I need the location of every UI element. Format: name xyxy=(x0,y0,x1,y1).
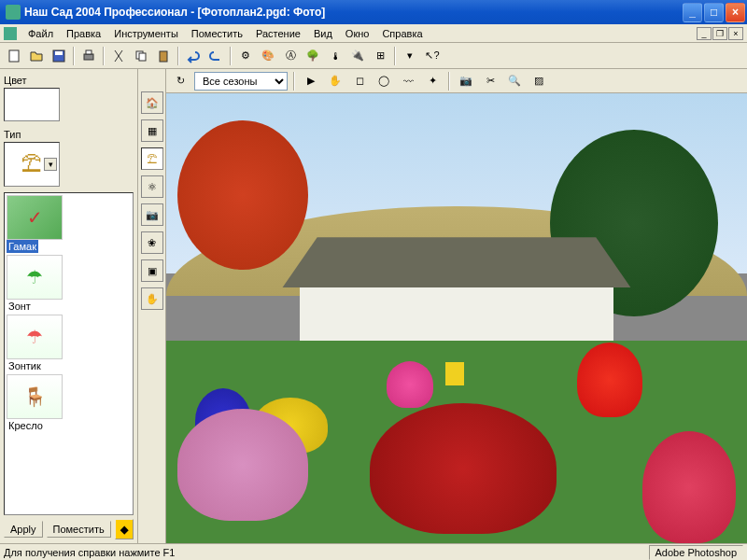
toolbar-sep xyxy=(73,47,75,65)
paste-button[interactable] xyxy=(153,46,174,66)
mdi-icon xyxy=(4,27,17,40)
reload-icon[interactable]: ↻ xyxy=(170,71,190,91)
bench-icon: ⛱ xyxy=(21,152,42,176)
list-item[interactable]: ☂ Зонт xyxy=(7,255,131,313)
canvas-viewport[interactable] xyxy=(166,93,747,543)
panel-help-button[interactable]: ◆ xyxy=(115,519,134,539)
type-selector[interactable]: ⛱ ▾ xyxy=(4,142,60,187)
svg-rect-4 xyxy=(86,50,92,54)
rect-select-icon[interactable]: ◻ xyxy=(349,71,370,91)
close-button[interactable]: × xyxy=(726,3,745,22)
open-button[interactable] xyxy=(26,46,47,66)
lasso-icon[interactable]: ◯ xyxy=(374,71,394,91)
maximize-button[interactable]: □ xyxy=(704,3,724,22)
color-label: Цвет xyxy=(4,75,134,86)
left-panel: Цвет Тип ⛱ ▾ ✓ Гамак ☂ Зонт ☂ Зонтик 🪑 К… xyxy=(0,69,138,543)
help-arrow-icon[interactable]: ↖? xyxy=(422,46,443,66)
vertical-toolbar: 🏠 ▦ ⛱ ⚛ 📷 ❀ ▣ ✋ xyxy=(138,69,166,543)
apply-button[interactable]: Apply xyxy=(4,521,43,538)
list-item[interactable]: ✓ Гамак xyxy=(7,195,131,253)
menu-window[interactable]: Окно xyxy=(340,26,375,41)
mdi-close[interactable]: × xyxy=(728,27,743,40)
toolbar-sep xyxy=(103,47,105,65)
tool-drop-icon[interactable]: ▾ xyxy=(400,46,420,66)
house-icon[interactable]: 🏠 xyxy=(141,91,163,114)
menubar: Файл Правка Инструменты Поместить Растен… xyxy=(0,24,747,43)
mdi-minimize[interactable]: _ xyxy=(697,27,712,40)
toolbar-sep xyxy=(293,72,295,91)
fence-icon[interactable]: ▦ xyxy=(141,119,163,142)
tool-thermo-icon[interactable]: 🌡 xyxy=(325,46,345,66)
menu-help[interactable]: Справка xyxy=(376,26,428,41)
menu-edit[interactable]: Правка xyxy=(61,26,106,41)
new-button[interactable] xyxy=(4,46,24,66)
svg-rect-3 xyxy=(84,54,93,60)
window-buttons: _ □ × xyxy=(683,3,745,22)
item-label: Гамак xyxy=(7,240,38,253)
magnify-icon[interactable]: 🔍 xyxy=(504,71,525,91)
undo-button[interactable] xyxy=(183,46,204,66)
canvas-toolbar: ↻ Все сезоны ▶ ✋ ◻ ◯ 〰 ✦ 📷 ✂ 🔍 ▨ xyxy=(166,69,747,93)
toolbar-sep xyxy=(230,47,232,65)
pointer-icon[interactable]: ▶ xyxy=(301,71,321,91)
menu-place[interactable]: Поместить xyxy=(186,26,248,41)
tool-adjust-icon[interactable]: ⊞ xyxy=(370,46,390,66)
tool-compass-icon[interactable]: Ⓐ xyxy=(280,46,301,66)
layers-icon[interactable]: ▨ xyxy=(529,71,549,91)
item-label: Зонтик xyxy=(7,359,43,372)
season-select[interactable]: Все сезоны xyxy=(194,72,288,91)
toolbar-sep xyxy=(177,47,179,65)
list-item[interactable]: 🪑 Кресло xyxy=(7,374,131,432)
wand-icon[interactable]: ✦ xyxy=(422,71,443,91)
main-area: ↻ Все сезоны ▶ ✋ ◻ ◯ 〰 ✦ 📷 ✂ 🔍 ▨ xyxy=(166,69,747,543)
pan-icon[interactable]: ✋ xyxy=(325,71,345,91)
item-thumb: ✓ xyxy=(7,195,63,240)
print-button[interactable] xyxy=(78,46,99,66)
app-icon xyxy=(6,5,21,20)
tool-tree-icon[interactable]: 🌳 xyxy=(303,46,323,66)
place-button[interactable]: Поместить xyxy=(47,521,111,538)
yellow-chair xyxy=(445,362,464,385)
shrub-pink xyxy=(387,361,433,408)
status-help-text: Для получения справки нажмите F1 xyxy=(4,547,175,558)
mdi-restore[interactable]: ❐ xyxy=(712,27,727,40)
menu-view[interactable]: Вид xyxy=(308,26,338,41)
panel-button-row: Apply Поместить ◆ xyxy=(4,519,134,539)
copy-button[interactable] xyxy=(131,46,151,66)
shrub-redflowers xyxy=(577,343,642,417)
toolbar-sep xyxy=(448,72,450,91)
tool-plug-icon[interactable]: 🔌 xyxy=(347,46,368,66)
scissors-icon[interactable]: ✂ xyxy=(480,71,500,91)
nodes-icon[interactable]: ⚛ xyxy=(141,175,163,198)
content-area: Цвет Тип ⛱ ▾ ✓ Гамак ☂ Зонт ☂ Зонтик 🪑 К… xyxy=(0,69,747,543)
furniture-icon[interactable]: ⛱ xyxy=(141,147,163,170)
item-thumb: ☂ xyxy=(7,255,63,300)
frame-icon[interactable]: ▣ xyxy=(141,259,163,282)
cut-button[interactable] xyxy=(108,46,129,66)
toolbar-sep xyxy=(394,47,396,65)
mdi-buttons: _ ❐ × xyxy=(697,27,743,40)
color-swatch[interactable] xyxy=(4,88,60,121)
redo-button[interactable] xyxy=(205,46,226,66)
item-thumb: ☂ xyxy=(7,315,63,359)
tool-palette-icon[interactable]: 🎨 xyxy=(258,46,278,66)
svg-rect-0 xyxy=(9,50,19,62)
list-item[interactable]: ☂ Зонтик xyxy=(7,315,131,372)
roof xyxy=(282,237,630,287)
tool-gear-icon[interactable]: ⚙ xyxy=(235,46,256,66)
plant-icon[interactable]: ❀ xyxy=(141,231,163,254)
svg-rect-7 xyxy=(160,51,167,62)
hand-icon[interactable]: ✋ xyxy=(141,287,163,310)
freehand-icon[interactable]: 〰 xyxy=(398,71,418,91)
shrub-red-large xyxy=(370,403,557,534)
save-button[interactable] xyxy=(49,46,69,66)
menu-tools[interactable]: Инструменты xyxy=(108,26,184,41)
camera2-icon[interactable]: 📷 xyxy=(456,71,476,91)
minimize-button[interactable]: _ xyxy=(683,3,702,22)
menu-file[interactable]: Файл xyxy=(22,26,59,41)
camera-icon[interactable]: 📷 xyxy=(141,203,163,226)
item-list[interactable]: ✓ Гамак ☂ Зонт ☂ Зонтик 🪑 Кресло xyxy=(4,192,134,515)
type-dropdown-icon[interactable]: ▾ xyxy=(44,158,57,171)
main-toolbar: ⚙ 🎨 Ⓐ 🌳 🌡 🔌 ⊞ ▾ ↖? xyxy=(0,43,747,69)
menu-plant[interactable]: Растение xyxy=(250,26,306,41)
